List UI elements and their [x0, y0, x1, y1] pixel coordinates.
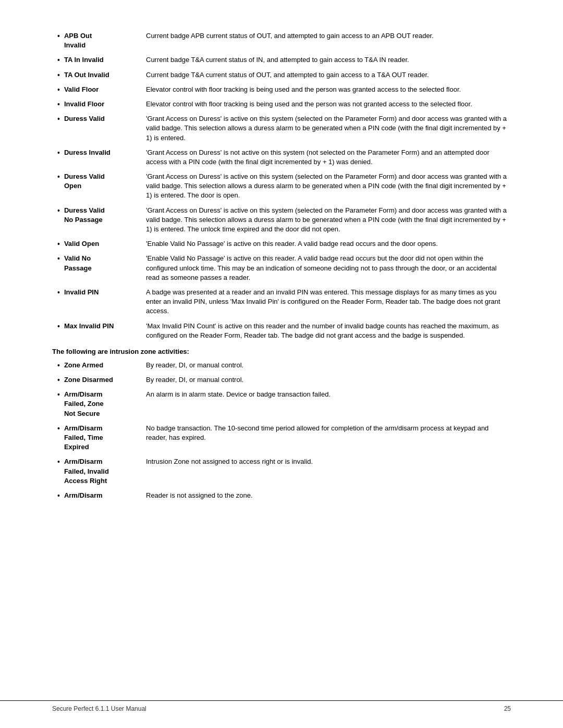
description-text: Elevator control with floor tracking is … [146, 100, 511, 109]
term-label: Duress Valid [64, 114, 105, 124]
bullet-col: •Zone Disarmed [52, 375, 146, 385]
description-text: 'Max Invalid PIN Count' is active on thi… [146, 322, 511, 340]
bullet-symbol: • [57, 376, 60, 384]
bullet-symbol: • [57, 32, 60, 40]
bullet-symbol: • [57, 361, 60, 369]
page-container: •APB OutInvalidCurrent badge APB current… [0, 0, 563, 728]
bullet-col: •Arm/DisarmFailed, TimeExpired [52, 424, 146, 452]
zone-section-header: The following are intrusion zone activit… [52, 348, 511, 355]
bullet-symbol: • [57, 322, 60, 330]
bullet-col: •TA Out Invalid [52, 70, 146, 80]
bullet-col: •Valid Open [52, 239, 146, 249]
list-item: •Invalid FloorElevator control with floo… [52, 100, 511, 109]
term-label: Arm/DisarmFailed, ZoneNot Secure [64, 390, 104, 418]
zone-list-item: •Arm/DisarmReader is not assigned to the… [52, 491, 511, 500]
bullet-symbol: • [57, 85, 60, 94]
main-list: •APB OutInvalidCurrent badge APB current… [52, 31, 511, 340]
description-text: 'Enable Valid No Passage' is active on t… [146, 239, 511, 249]
bullet-col: •Arm/DisarmFailed, ZoneNot Secure [52, 390, 146, 418]
term-label: Zone Disarmed [64, 375, 113, 385]
list-item: •TA Out InvalidCurrent badge T&A current… [52, 70, 511, 80]
list-item: •Duress ValidNo Passage'Grant Access on … [52, 206, 511, 235]
bullet-col: •Zone Armed [52, 361, 146, 370]
term-label: Valid Open [64, 239, 99, 249]
description-text: 'Grant Access on Duress' is active on th… [146, 172, 511, 201]
description-text: By reader, DI, or manual control. [146, 375, 511, 385]
description-text: 'Grant Access on Duress' is active on th… [146, 206, 511, 235]
zone-list: •Zone ArmedBy reader, DI, or manual cont… [52, 361, 511, 500]
bullet-symbol: • [57, 115, 60, 123]
term-label: Duress ValidOpen [64, 172, 105, 191]
page-footer: Secure Perfect 6.1.1 User Manual 25 [0, 700, 563, 712]
list-item: •Duress Invalid'Grant Access on Duress' … [52, 148, 511, 167]
bullet-col: •Duress Valid [52, 114, 146, 124]
term-label: TA Out Invalid [64, 70, 109, 80]
description-text: Elevator control with floor tracking is … [146, 85, 511, 94]
bullet-symbol: • [57, 100, 60, 108]
term-label: APB OutInvalid [64, 31, 92, 50]
description-text: Current badge T&A current status of IN, … [146, 55, 511, 65]
description-text: 'Enable Valid No Passage' is active on t… [146, 254, 511, 282]
bullet-symbol: • [57, 390, 60, 399]
description-text: By reader, DI, or manual control. [146, 361, 511, 370]
bullet-symbol: • [57, 71, 60, 79]
bullet-col: •APB OutInvalid [52, 31, 146, 50]
list-item: •Invalid PINA badge was presented at a r… [52, 288, 511, 316]
description-text: An alarm is in alarm state. Device or ba… [146, 390, 511, 399]
term-label: Duress ValidNo Passage [64, 206, 105, 225]
bullet-symbol: • [57, 424, 60, 433]
term-label: Invalid Floor [64, 100, 104, 109]
list-item: •Duress Valid'Grant Access on Duress' is… [52, 114, 511, 143]
footer-title: Secure Perfect 6.1.1 User Manual [52, 705, 146, 712]
term-label: Max Invalid PIN [64, 322, 114, 331]
list-item: •Valid FloorElevator control with floor … [52, 85, 511, 94]
term-label: Arm/DisarmFailed, TimeExpired [64, 424, 103, 452]
description-text: Current badge T&A current status of OUT,… [146, 70, 511, 80]
bullet-col: •Valid Floor [52, 85, 146, 94]
bullet-col: •Arm/DisarmFailed, InvalidAccess Right [52, 457, 146, 486]
list-item: •Duress ValidOpen'Grant Access on Duress… [52, 172, 511, 201]
list-item: •Valid NoPassage'Enable Valid No Passage… [52, 254, 511, 282]
bullet-col: •Arm/Disarm [52, 491, 146, 500]
term-label: Zone Armed [64, 361, 103, 370]
footer-page: 25 [504, 705, 511, 712]
bullet-symbol: • [57, 288, 60, 297]
bullet-col: •Invalid PIN [52, 288, 146, 297]
bullet-col: •Duress Invalid [52, 148, 146, 157]
term-label: Valid Floor [64, 85, 99, 94]
description-text: 'Grant Access on Duress' is not active o… [146, 148, 511, 167]
term-label: TA In Invalid [64, 55, 104, 65]
term-label: Arm/Disarm [64, 491, 103, 500]
bullet-symbol: • [57, 206, 60, 215]
term-label: Invalid PIN [64, 288, 99, 297]
term-label: Valid NoPassage [64, 254, 92, 273]
bullet-col: •Duress ValidNo Passage [52, 206, 146, 225]
list-item: •Valid Open'Enable Valid No Passage' is … [52, 239, 511, 249]
bullet-symbol: • [57, 172, 60, 181]
zone-list-item: •Arm/DisarmFailed, ZoneNot SecureAn alar… [52, 390, 511, 418]
list-item: •Max Invalid PIN'Max Invalid PIN Count' … [52, 322, 511, 340]
bullet-symbol: • [57, 458, 60, 466]
description-text: Intrusion Zone not assigned to access ri… [146, 457, 511, 466]
zone-list-item: •Zone ArmedBy reader, DI, or manual cont… [52, 361, 511, 370]
term-label: Duress Invalid [64, 148, 111, 157]
zone-list-item: •Arm/DisarmFailed, TimeExpiredNo badge t… [52, 424, 511, 452]
description-text: No badge transaction. The 10-second time… [146, 424, 511, 442]
bullet-symbol: • [57, 491, 60, 500]
bullet-symbol: • [57, 254, 60, 263]
bullet-col: •Max Invalid PIN [52, 322, 146, 331]
bullet-symbol: • [57, 56, 60, 64]
bullet-symbol: • [57, 240, 60, 248]
bullet-col: •Invalid Floor [52, 100, 146, 109]
bullet-col: •Duress ValidOpen [52, 172, 146, 191]
bullet-symbol: • [57, 149, 60, 157]
description-text: 'Grant Access on Duress' is active on th… [146, 114, 511, 143]
description-text: A badge was presented at a reader and an… [146, 288, 511, 316]
term-label: Arm/DisarmFailed, InvalidAccess Right [64, 457, 109, 486]
list-item: •TA In InvalidCurrent badge T&A current … [52, 55, 511, 65]
bullet-col: •Valid NoPassage [52, 254, 146, 273]
description-text: Reader is not assigned to the zone. [146, 491, 511, 500]
zone-list-item: •Arm/DisarmFailed, InvalidAccess RightIn… [52, 457, 511, 486]
content-area: •APB OutInvalidCurrent badge APB current… [52, 31, 511, 500]
bullet-col: •TA In Invalid [52, 55, 146, 65]
